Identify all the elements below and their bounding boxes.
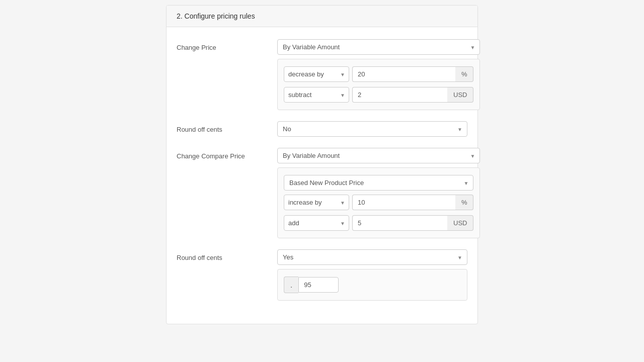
decrease-by-select[interactable]: decrease by increase by	[284, 66, 349, 82]
decrease-by-select-wrapper: decrease by increase by ▼	[284, 66, 349, 82]
dot-badge: .	[284, 277, 298, 293]
card-body: Change Price By Variable Amount By Fixed…	[167, 27, 477, 324]
subtract-select-wrapper: subtract add ▼	[284, 87, 349, 103]
round-off-1-label: Round off cents	[177, 121, 277, 133]
round-off-2-row: Round off cents No Yes ▼ .	[177, 249, 467, 301]
subtract-usd-input[interactable]	[352, 87, 447, 103]
compare-price-row1: increase by decrease by ▼ %	[284, 195, 473, 210]
subtract-select[interactable]: subtract add	[284, 87, 349, 103]
change-price-control: By Variable Amount By Fixed Amount To Fi…	[277, 39, 480, 110]
change-compare-inner-box: Based New Product Price Based Original P…	[277, 167, 480, 238]
page-container: 2. Configure pricing rules Change Price …	[0, 0, 644, 362]
add-usd-input-group: USD	[352, 215, 473, 231]
increase-by-select-wrapper: increase by decrease by ▼	[284, 195, 349, 210]
pricing-rules-card: 2. Configure pricing rules Change Price …	[166, 5, 478, 324]
round-off-1-row: Round off cents No Yes ▼	[177, 121, 467, 137]
change-price-inner-box: decrease by increase by ▼ %	[277, 59, 480, 110]
compare-price-row2: add subtract ▼ USD	[284, 215, 473, 231]
increase-percent-input-group: %	[352, 195, 473, 210]
change-compare-price-control: By Variable Amount By Fixed Amount To Fi…	[277, 148, 480, 238]
round-off-1-control: No Yes ▼	[277, 121, 467, 137]
change-price-label: Change Price	[177, 39, 277, 51]
cents-input-row: .	[284, 277, 461, 293]
cents-inner-box: .	[277, 269, 467, 301]
change-price-row: Change Price By Variable Amount By Fixed…	[177, 39, 467, 110]
increase-by-select[interactable]: increase by decrease by	[284, 195, 349, 210]
add-usd-input[interactable]	[352, 215, 447, 231]
increase-percent-input[interactable]	[352, 195, 455, 210]
decrease-percent-input-group: %	[352, 66, 473, 82]
usd-unit-badge-1: USD	[447, 87, 473, 103]
round-off-2-control: No Yes ▼ .	[277, 249, 467, 301]
percent-unit-badge: %	[455, 66, 474, 82]
cents-number-input[interactable]	[298, 277, 339, 293]
change-price-row2: subtract add ▼ USD	[284, 87, 473, 103]
based-price-select-wrapper: Based New Product Price Based Original P…	[284, 175, 473, 191]
based-price-select[interactable]: Based New Product Price Based Original P…	[284, 175, 473, 191]
round-off-1-select[interactable]: No Yes	[277, 121, 467, 137]
card-header: 2. Configure pricing rules	[167, 6, 477, 27]
add-select-wrapper: add subtract ▼	[284, 215, 349, 231]
usd-unit-badge-2: USD	[447, 215, 473, 231]
card-title: 2. Configure pricing rules	[177, 12, 255, 20]
change-compare-price-select[interactable]: By Variable Amount By Fixed Amount To Fi…	[277, 148, 480, 163]
decrease-percent-input[interactable]	[352, 66, 455, 82]
change-compare-price-label: Change Compare Price	[177, 148, 277, 160]
subtract-usd-input-group: USD	[352, 87, 473, 103]
round-off-2-label: Round off cents	[177, 249, 277, 261]
round-off-2-select-wrapper: No Yes ▼	[277, 249, 467, 265]
change-price-row1: decrease by increase by ▼ %	[284, 66, 473, 82]
change-price-select-wrapper: By Variable Amount By Fixed Amount To Fi…	[277, 39, 480, 55]
round-off-1-select-wrapper: No Yes ▼	[277, 121, 467, 137]
based-price-select-wrapper-container: Based New Product Price Based Original P…	[284, 175, 473, 191]
change-compare-price-select-wrapper: By Variable Amount By Fixed Amount To Fi…	[277, 148, 480, 163]
round-off-2-select[interactable]: No Yes	[277, 249, 467, 265]
change-price-select[interactable]: By Variable Amount By Fixed Amount To Fi…	[277, 39, 480, 55]
change-compare-price-row: Change Compare Price By Variable Amount …	[177, 148, 467, 238]
add-select[interactable]: add subtract	[284, 215, 349, 231]
percent-unit-badge-2: %	[455, 195, 474, 210]
